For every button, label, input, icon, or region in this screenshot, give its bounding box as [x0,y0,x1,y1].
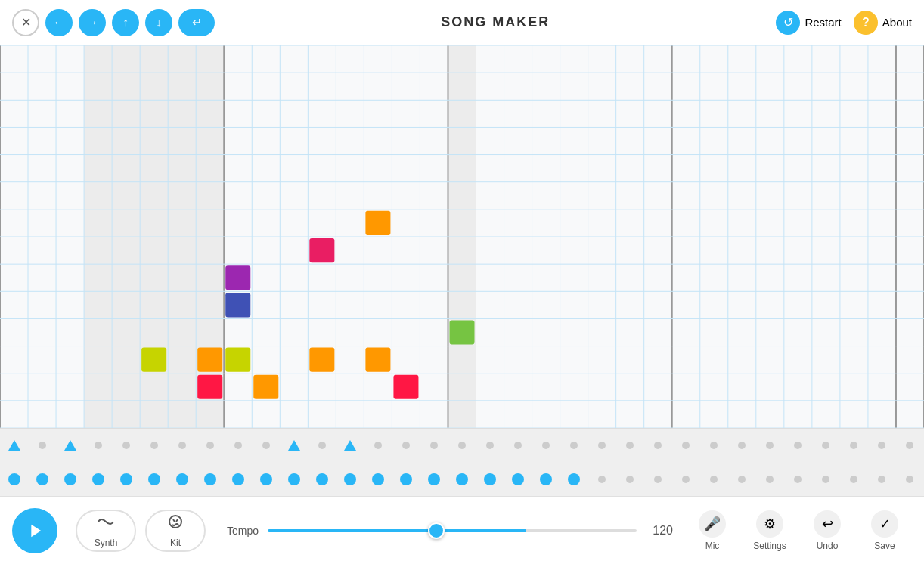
restart-button[interactable]: ↺ Restart [776,11,841,35]
up-button[interactable]: ↑ [112,9,139,36]
perc-bottom-dot[interactable] [112,463,140,497]
perc-bottom-dot[interactable] [56,463,84,497]
tempo-value: 120 [646,524,673,538]
perc-bottom-dot[interactable] [224,463,252,497]
perc-top-empty[interactable] [783,429,811,463]
perc-bottom-empty[interactable] [727,463,755,497]
perc-bottom-dot[interactable] [448,463,476,497]
undo-label: Undo [817,541,839,551]
kit-button[interactable]: Kit [145,510,206,552]
svg-rect-62 [393,375,418,399]
perc-top-empty[interactable] [896,429,924,463]
about-label: About [882,16,912,29]
perc-top-empty[interactable] [252,429,280,463]
perc-bottom-dot[interactable] [84,463,112,497]
perc-top-empty[interactable] [392,429,420,463]
header: ✕ ← → ↑ ↓ ↵ SONG MAKER ↺ Restart ? About [0,0,924,45]
perc-bottom-empty[interactable] [783,463,811,497]
perc-bottom-empty[interactable] [643,463,671,497]
perc-bottom-dot[interactable] [392,463,420,497]
settings-icon: ⚙ [756,510,783,538]
perc-top-empty[interactable] [308,429,336,463]
perc-bottom-empty[interactable] [588,463,615,497]
perc-bottom-dot[interactable] [532,463,560,497]
perc-top-empty[interactable] [588,429,615,463]
back-button[interactable]: ← [45,9,73,36]
tempo-slider[interactable] [268,529,637,532]
perc-bottom-dot[interactable] [168,463,196,497]
perc-bottom-empty[interactable] [755,463,783,497]
perc-top-empty[interactable] [532,429,560,463]
perc-bottom-dot[interactable] [560,463,588,497]
note-grid[interactable] [0,45,924,428]
perc-top-dot[interactable] [336,429,364,463]
perc-bottom-dot[interactable] [280,463,308,497]
perc-bottom-dot[interactable] [420,463,448,497]
perc-bottom-dot[interactable] [364,463,392,497]
perc-bottom-empty[interactable] [671,463,699,497]
perc-bottom-empty[interactable] [811,463,839,497]
svg-rect-55 [225,293,250,317]
perc-top-empty[interactable] [364,429,392,463]
perc-bottom-empty[interactable] [867,463,895,497]
perc-top-empty[interactable] [811,429,839,463]
perc-top-empty[interactable] [727,429,755,463]
svg-rect-59 [197,375,222,399]
perc-bottom-dot[interactable] [0,463,28,497]
perc-top-empty[interactable] [671,429,699,463]
perc-top-empty[interactable] [224,429,252,463]
perc-top-empty[interactable] [643,429,671,463]
perc-bottom-dot[interactable] [196,463,224,497]
perc-top-empty[interactable] [615,429,643,463]
perc-bottom-empty[interactable] [839,463,867,497]
settings-button[interactable]: ⚙ Settings [743,506,797,556]
perc-bottom-empty[interactable] [896,463,924,497]
save-label: Save [874,541,895,551]
perc-top-empty[interactable] [448,429,476,463]
perc-top-empty[interactable] [420,429,448,463]
perc-top-empty[interactable] [867,429,895,463]
perc-top-empty[interactable] [196,429,224,463]
grid-wrapper[interactable] [0,45,924,428]
perc-top-dot[interactable] [280,429,308,463]
tempo-label: Tempo [227,525,259,537]
perc-top-empty[interactable] [84,429,112,463]
perc-bottom-dot[interactable] [140,463,168,497]
perc-top-empty[interactable] [28,429,56,463]
perc-bottom-dot[interactable] [252,463,280,497]
down-button[interactable]: ↓ [145,9,172,36]
percussion-area[interactable] [0,428,924,496]
perc-bottom-dot[interactable] [308,463,336,497]
perc-top-empty[interactable] [112,429,140,463]
perc-bottom-dot[interactable] [476,463,504,497]
perc-top-empty[interactable] [476,429,504,463]
perc-top-empty[interactable] [699,429,727,463]
play-button[interactable] [12,508,57,553]
perc-bottom-dot[interactable] [28,463,56,497]
restart-icon: ↺ [776,11,800,35]
play-icon [24,520,45,541]
enter-button[interactable]: ↵ [178,9,215,36]
perc-top-empty[interactable] [560,429,588,463]
perc-bottom-dot[interactable] [336,463,364,497]
perc-top-empty[interactable] [839,429,867,463]
perc-bottom-empty[interactable] [615,463,643,497]
perc-top-dot[interactable] [0,429,28,463]
perc-top-empty[interactable] [168,429,196,463]
kit-icon [166,513,184,535]
svg-rect-52 [365,211,390,235]
mic-button[interactable]: 🎤 Mic [685,506,740,556]
save-button[interactable]: ✓ Save [857,506,912,556]
about-button[interactable]: ? About [854,11,912,35]
perc-top-dot[interactable] [56,429,84,463]
close-button[interactable]: ✕ [12,9,39,36]
perc-bottom-dot[interactable] [504,463,532,497]
perc-top-empty[interactable] [140,429,168,463]
perc-top-empty[interactable] [504,429,532,463]
undo-button[interactable]: ↩ Undo [800,506,854,556]
synth-button[interactable]: Synth [76,510,136,552]
perc-bottom-empty[interactable] [699,463,727,497]
header-left: ✕ ← → ↑ ↓ ↵ [12,9,215,36]
forward-button[interactable]: → [79,9,106,36]
perc-top-empty[interactable] [755,429,783,463]
